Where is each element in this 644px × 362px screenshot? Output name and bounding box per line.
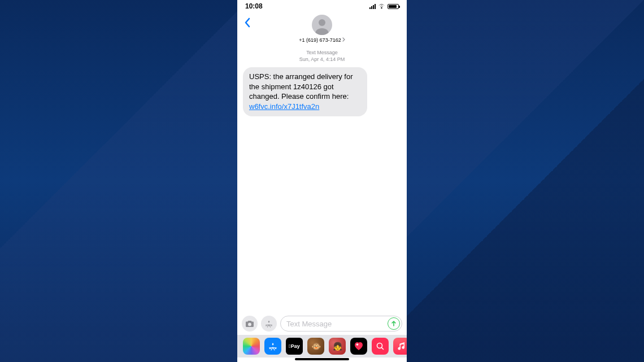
message-thread[interactable]: Text Message Sun, Apr 4, 4:14 PM USPS: t… <box>237 46 407 312</box>
photos-app-icon[interactable] <box>243 338 260 355</box>
incoming-message-bubble[interactable]: USPS: the arranged delivery for the ship… <box>243 67 367 116</box>
status-time: 10:08 <box>245 2 263 10</box>
apple-pay-app-icon[interactable]: Pay <box>286 338 303 355</box>
camera-button[interactable] <box>242 316 258 332</box>
message-link[interactable]: w6fvc.info/x7J1tfva2n <box>249 102 319 111</box>
message-timestamp: Text Message Sun, Apr 4, 4:14 PM <box>243 50 401 63</box>
svg-point-0 <box>319 19 325 26</box>
contact-avatar[interactable] <box>312 15 332 35</box>
message-input-placeholder: Text Message <box>286 320 388 328</box>
chevron-right-icon <box>342 37 345 43</box>
message-text: USPS: the arranged delivery for the ship… <box>249 72 353 101</box>
battery-icon <box>388 4 399 9</box>
conversation-header: +1 (619) 673-7162 <box>237 12 407 46</box>
digital-touch-app-icon[interactable] <box>350 338 367 355</box>
status-bar: 10:08 <box>237 0 407 12</box>
back-button[interactable] <box>242 17 253 28</box>
memoji-app-icon[interactable]: 👧 <box>329 338 346 355</box>
cellular-signal-icon <box>369 4 376 9</box>
contact-number: +1 (619) 673-7162 <box>299 37 341 43</box>
send-button[interactable] <box>388 317 400 330</box>
images-app-icon[interactable] <box>372 338 389 355</box>
animoji-app-icon[interactable]: 🐵 <box>307 338 324 355</box>
home-indicator[interactable] <box>237 357 407 362</box>
phone-frame: 10:08 +1 (619) 673-7162 Text <box>237 0 407 362</box>
imessage-app-strip[interactable]: Pay 🐵 👧 <box>237 335 407 357</box>
compose-bar: Text Message <box>237 312 407 335</box>
wifi-icon <box>378 3 385 9</box>
music-app-icon[interactable] <box>393 338 407 355</box>
app-store-app-icon[interactable] <box>264 338 281 355</box>
app-store-button[interactable] <box>261 316 277 332</box>
contact-detail-button[interactable]: +1 (619) 673-7162 <box>299 37 345 43</box>
message-input[interactable]: Text Message <box>280 316 402 332</box>
